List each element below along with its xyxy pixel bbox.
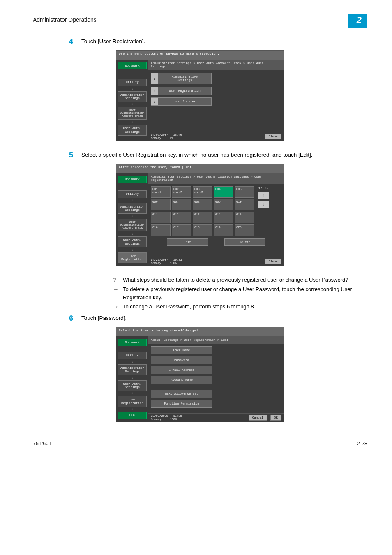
breadcrumb: Administrator Settings > User Authentica… — [148, 173, 284, 184]
user-registration-button[interactable]: User Registration — [118, 252, 147, 264]
date-label: 04/02/2007 — [151, 133, 168, 136]
user-auth-settings-button[interactable]: User Auth. Settings — [118, 125, 147, 136]
menu-label: Administrative Settings — [158, 73, 212, 84]
section-title: Administrator Operations — [33, 16, 97, 23]
user-slot[interactable]: 018 — [193, 224, 212, 236]
user-slot[interactable]: 011 — [151, 212, 171, 223]
memory-label: Memory — [151, 418, 161, 421]
edit-field-button[interactable]: Function Permission — [151, 400, 212, 408]
user-auth-track-button[interactable]: User Authentication/ Account Track — [118, 219, 147, 231]
memory-label: Memory — [151, 261, 161, 265]
ok-button[interactable]: OK — [270, 415, 281, 421]
edit-field-button[interactable]: Password — [151, 356, 212, 364]
edit-field-button[interactable]: User Name — [151, 346, 212, 354]
edit-crumb-button[interactable]: Edit — [118, 412, 147, 419]
chevron-down-icon: ↓ — [131, 87, 134, 90]
delete-button[interactable]: Delete — [224, 238, 265, 246]
header-rule — [33, 25, 367, 25]
user-slot[interactable]: 015 — [235, 212, 254, 223]
footer-page: 2-28 — [357, 441, 367, 446]
footer-model: 751/601 — [33, 441, 51, 446]
panel-message: Select the item to be registered/changed… — [116, 327, 284, 336]
user-slot[interactable]: 004 — [214, 186, 233, 198]
menu-label: User Registration — [158, 87, 212, 95]
arrow-right-icon: → — [113, 285, 119, 302]
memory-value: 0% — [170, 136, 173, 140]
panel-sidebar: Bookmark Utility ↓ Administrator Setting… — [116, 336, 148, 422]
user-registration-button[interactable]: User Registration — [118, 396, 147, 407]
chevron-down-icon: ↓ — [131, 120, 134, 124]
bookmark-button[interactable]: Bookmark — [118, 339, 147, 346]
user-slot[interactable]: 014 — [214, 212, 233, 223]
qa-answer: To change a User Password, perform steps… — [123, 303, 255, 311]
status-bar: 25/02/2008 15:58 Memory 100% Cancel OK — [148, 413, 284, 422]
user-slot[interactable]: 003 user3 — [193, 186, 212, 198]
user-slot[interactable]: 010 — [235, 199, 254, 210]
qa-question: What steps should be taken to delete a p… — [123, 276, 348, 284]
user-slot[interactable]: 013 — [193, 212, 212, 223]
user-slot[interactable]: 007 — [172, 199, 191, 210]
user-auth-track-button[interactable]: User Authentication/ Account Track — [118, 107, 147, 120]
panel-message: Use the menu buttons or keypad to make a… — [116, 51, 284, 60]
user-auth-settings-button[interactable]: User Auth. Settings — [118, 380, 147, 391]
user-slot[interactable]: 017 — [172, 224, 191, 236]
menu-item-1[interactable]: 1 Administrative Settings — [151, 73, 281, 84]
page-down-button[interactable]: ↓ — [258, 201, 269, 208]
step-6: 6 Touch [Password]. — [66, 314, 367, 323]
panel-sidebar: Bookmark Utility ↓ Administrator Setting… — [116, 60, 148, 141]
question-icon: ? — [113, 276, 119, 284]
user-auth-settings-button[interactable]: User Auth. Settings — [118, 236, 147, 247]
user-slot[interactable]: 020 — [235, 224, 254, 236]
cancel-button[interactable]: Cancel — [249, 415, 267, 421]
edit-field-button[interactable]: Max. Allowance Set — [151, 390, 212, 398]
chevron-down-icon: ↓ — [131, 103, 134, 106]
menu-number: 2 — [151, 87, 158, 95]
admin-settings-button[interactable]: Administrator Settings — [118, 203, 147, 214]
status-bar: 04/02/2007 15:46 Memory 0% Close — [148, 132, 284, 141]
close-button[interactable]: Close — [265, 134, 281, 139]
breadcrumb: Admin. Settings > User Registration > Ed… — [148, 336, 284, 344]
time-label: 10:33 — [173, 258, 182, 261]
utility-button[interactable]: Utility — [118, 190, 147, 198]
user-slot[interactable]: 016 — [151, 224, 171, 236]
user-slot[interactable]: 009 — [214, 199, 233, 210]
step-text: Touch [User Registration]. — [81, 37, 145, 46]
edit-field-button[interactable]: Account Name — [151, 376, 212, 384]
device-panel-3: Select the item to be registered/changed… — [116, 327, 284, 422]
step-text: Touch [Password]. — [81, 314, 127, 322]
memory-value: 100% — [170, 261, 177, 265]
menu-number: 1 — [151, 73, 158, 84]
bookmark-button[interactable]: Bookmark — [118, 62, 147, 69]
edit-field-button[interactable]: E-Mail Address — [151, 366, 212, 374]
chevron-down-icon: ↓ — [131, 215, 134, 218]
admin-settings-button[interactable]: Administrator Settings — [118, 91, 147, 102]
time-label: 15:58 — [173, 414, 182, 418]
bookmark-button[interactable]: Bookmark — [118, 176, 147, 183]
memory-value: 100% — [170, 418, 177, 421]
menu-label: User Counter — [158, 97, 212, 106]
user-slot-grid: 001 user1002 user2003 user30040050060070… — [151, 186, 254, 236]
menu-item-2[interactable]: 2 User Registration — [151, 87, 281, 95]
menu-item-3[interactable]: 3 User Counter — [151, 97, 281, 106]
user-slot[interactable]: 006 — [151, 199, 171, 210]
edit-button[interactable]: Edit — [167, 238, 208, 246]
user-slot[interactable]: 002 user2 — [172, 186, 191, 198]
close-button[interactable]: Close — [265, 259, 281, 264]
utility-button[interactable]: Utility — [118, 352, 147, 359]
breadcrumb: Administrator Settings > User Auth./Acco… — [148, 60, 284, 70]
panel-message: After selecting the user, touch [Edit]. — [116, 164, 284, 173]
panel-sidebar: Bookmark Utility ↓ Administrator Setting… — [116, 173, 148, 266]
device-panel-1: Use the menu buttons or keypad to make a… — [116, 50, 284, 141]
qa-block: ? What steps should be taken to delete a… — [113, 276, 367, 311]
chevron-down-icon: ↓ — [131, 360, 134, 363]
utility-button[interactable]: Utility — [118, 79, 147, 86]
admin-settings-button[interactable]: Administrator Settings — [118, 364, 147, 375]
user-slot[interactable]: 005 — [235, 186, 254, 198]
page-up-button[interactable]: ↑ — [258, 192, 269, 199]
user-slot[interactable]: 001 user1 — [151, 186, 171, 198]
time-label: 15:46 — [173, 133, 182, 136]
status-bar: 04/27/2007 10:33 Memory 100% Close — [148, 257, 284, 266]
user-slot[interactable]: 008 — [193, 199, 212, 210]
user-slot[interactable]: 019 — [214, 224, 233, 236]
user-slot[interactable]: 012 — [172, 212, 191, 223]
